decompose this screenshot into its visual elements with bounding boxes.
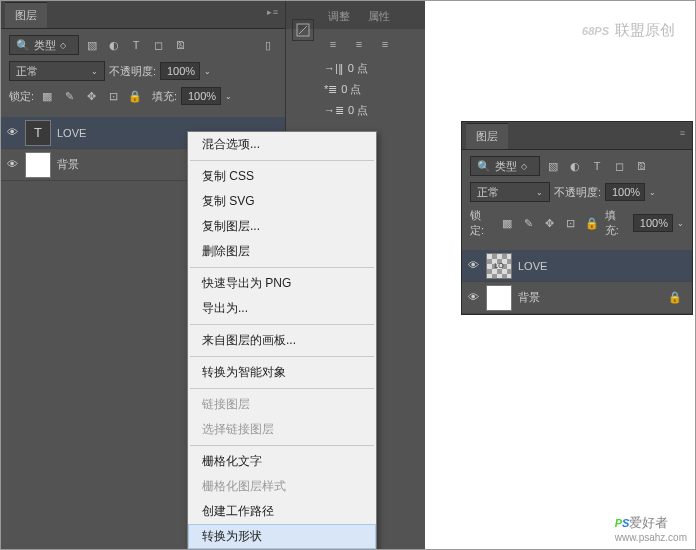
filter-text-icon[interactable]: T — [127, 36, 145, 54]
indent-left-icon: →|‖ — [324, 62, 344, 75]
lock-artboard-icon[interactable]: ⊡ — [562, 214, 579, 232]
lock-row: 锁定: ▩ ✎ ✥ ⊡ 🔒 填充: 100% ⌄ — [470, 208, 684, 238]
tab-layers[interactable]: 图层 — [466, 123, 508, 149]
menu-item[interactable]: 导出为... — [188, 296, 376, 321]
panel-tabs: 图层 — [1, 1, 285, 29]
visibility-icon[interactable]: 👁 — [5, 126, 19, 140]
menu-separator — [190, 445, 374, 446]
blend-mode-select[interactable]: 正常 ⌄ — [470, 182, 550, 202]
layer-thumb-img: LO — [486, 253, 512, 279]
indent-value[interactable]: 0 点 — [341, 82, 361, 97]
align-center-icon[interactable]: ≡ — [350, 35, 368, 53]
layer-thumb-bg — [25, 152, 51, 178]
indent-first-icon: *≣ — [324, 83, 337, 96]
menu-separator — [190, 356, 374, 357]
menu-item: 链接图层 — [188, 392, 376, 417]
filter-shape-icon[interactable]: ◻ — [610, 157, 628, 175]
indent-row: →≣ 0 点 — [294, 103, 419, 118]
indent-row: →|‖ 0 点 — [294, 61, 419, 76]
lock-paint-icon[interactable]: ✎ — [60, 87, 78, 105]
filter-pixel-icon[interactable]: ▧ — [83, 36, 101, 54]
lock-paint-icon[interactable]: ✎ — [519, 214, 536, 232]
visibility-icon[interactable]: 👁 — [466, 259, 480, 273]
menu-separator — [190, 160, 374, 161]
filter-label: 类型 — [34, 38, 56, 53]
chevron-down-icon: ⌄ — [91, 67, 98, 76]
layer-name[interactable]: LOVE — [57, 127, 86, 139]
menu-item[interactable]: 混合选项... — [188, 132, 376, 157]
chevron-down-icon[interactable]: ⌄ — [225, 92, 232, 101]
blend-mode-select[interactable]: 正常 ⌄ — [9, 61, 105, 81]
indent-value[interactable]: 0 点 — [348, 103, 368, 118]
chevron-down-icon: ◇ — [60, 41, 66, 50]
filter-toggle[interactable]: ▯ — [259, 36, 277, 54]
menu-item[interactable]: 来自图层的画板... — [188, 328, 376, 353]
filter-type-select[interactable]: 🔍 类型 ◇ — [470, 156, 540, 176]
context-menu[interactable]: 混合选项...复制 CSS复制 SVG复制图层...删除图层快速导出为 PNG导… — [187, 131, 377, 550]
chevron-down-icon[interactable]: ⌄ — [204, 67, 211, 76]
menu-item[interactable]: 栅格化文字 — [188, 449, 376, 474]
menu-item[interactable]: 转换为智能对象 — [188, 360, 376, 385]
fill-label: 填充: — [605, 208, 629, 238]
lock-all-icon[interactable]: 🔒 — [584, 214, 601, 232]
layer-name[interactable]: 背景 — [57, 157, 79, 172]
menu-item[interactable]: 复制图层... — [188, 214, 376, 239]
lock-artboard-icon[interactable]: ⊡ — [104, 87, 122, 105]
filter-pixel-icon[interactable]: ▧ — [544, 157, 562, 175]
indent-value[interactable]: 0 点 — [348, 61, 368, 76]
menu-item[interactable]: 创建工作路径 — [188, 499, 376, 524]
tab-adjust[interactable]: 调整 — [320, 4, 358, 29]
filter-smart-icon[interactable]: 🖻 — [171, 36, 189, 54]
blend-mode-value: 正常 — [477, 185, 499, 200]
layer-row[interactable]: 👁 背景 🔒 — [462, 282, 692, 314]
panel-menu-icon[interactable]: ▸≡ — [267, 7, 279, 17]
align-right-icon[interactable]: ≡ — [376, 35, 394, 53]
align-left-icon[interactable]: ≡ — [324, 35, 342, 53]
panel-collapse-icon[interactable] — [292, 19, 314, 41]
lock-transparent-icon[interactable]: ▩ — [498, 214, 515, 232]
menu-item[interactable]: 转换为形状 — [188, 524, 376, 549]
fill-label: 填充: — [152, 89, 177, 104]
menu-item: 栅格化图层样式 — [188, 474, 376, 499]
layer-name[interactable]: LOVE — [518, 260, 547, 272]
lock-row: 锁定: ▩ ✎ ✥ ⊡ 🔒 填充: 100% ⌄ — [9, 87, 277, 105]
layer-row[interactable]: 👁 LO LOVE — [462, 250, 692, 282]
menu-item[interactable]: 复制 SVG — [188, 189, 376, 214]
menu-item[interactable]: 复制 CSS — [188, 164, 376, 189]
lock-position-icon[interactable]: ✥ — [541, 214, 558, 232]
layers-panel-right: ≡ 图层 🔍 类型 ◇ ▧ ◐ T ◻ 🖻 正常 ⌄ — [461, 121, 693, 315]
tab-properties[interactable]: 属性 — [360, 4, 398, 29]
visibility-icon[interactable]: 👁 — [5, 158, 19, 172]
search-icon: 🔍 — [477, 160, 491, 173]
watermark-68ps: 68PS联盟原创 — [582, 15, 675, 41]
chevron-down-icon[interactable]: ⌄ — [649, 188, 656, 197]
lock-transparent-icon[interactable]: ▩ — [38, 87, 56, 105]
filter-row: 🔍 类型 ◇ ▧ ◐ T ◻ 🖻 ▯ — [9, 35, 277, 55]
menu-item[interactable]: 删除图层 — [188, 239, 376, 264]
visibility-icon[interactable]: 👁 — [466, 291, 480, 305]
filter-adjust-icon[interactable]: ◐ — [566, 157, 584, 175]
filter-shape-icon[interactable]: ◻ — [149, 36, 167, 54]
fill-input[interactable]: 100% — [181, 87, 221, 105]
filter-smart-icon[interactable]: 🖻 — [632, 157, 650, 175]
chevron-down-icon[interactable]: ⌄ — [677, 219, 684, 228]
filter-adjust-icon[interactable]: ◐ — [105, 36, 123, 54]
filter-text-icon[interactable]: T — [588, 157, 606, 175]
blend-mode-value: 正常 — [16, 64, 38, 79]
panel-menu-icon[interactable]: ≡ — [680, 128, 686, 138]
opacity-input[interactable]: 100% — [160, 62, 200, 80]
menu-separator — [190, 324, 374, 325]
lock-all-icon[interactable]: 🔒 — [126, 87, 144, 105]
lock-icon: 🔒 — [668, 291, 682, 304]
tab-layers[interactable]: 图层 — [5, 2, 47, 28]
blend-row: 正常 ⌄ 不透明度: 100% ⌄ — [470, 182, 684, 202]
watermark-psahz: PS爱好者 www.psahz.com — [615, 511, 687, 543]
layer-name[interactable]: 背景 — [518, 290, 540, 305]
fill-input[interactable]: 100% — [633, 214, 673, 232]
lock-position-icon[interactable]: ✥ — [82, 87, 100, 105]
filter-type-select[interactable]: 🔍 类型 ◇ — [9, 35, 79, 55]
panel-tabs: 图层 — [462, 122, 692, 150]
menu-item[interactable]: 快速导出为 PNG — [188, 271, 376, 296]
layer-thumb-text: T — [25, 120, 51, 146]
opacity-input[interactable]: 100% — [605, 183, 645, 201]
